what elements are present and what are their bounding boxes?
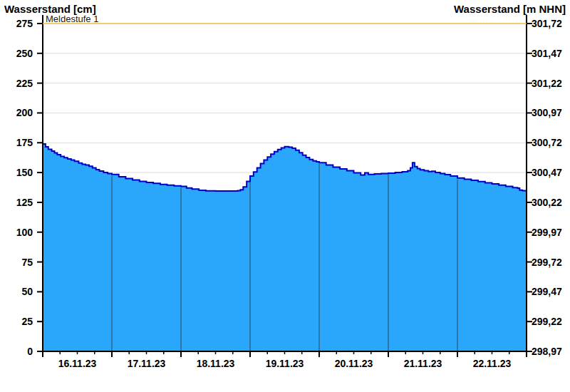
x-axis-tick-label: 20.11.23	[319, 358, 388, 369]
y-axis-left-tick-label: 75	[0, 257, 33, 268]
y-axis-left-tick-label: 275	[0, 18, 33, 29]
y-axis-left-tick-label: 125	[0, 197, 33, 208]
y-axis-right-tick-label: 299,72	[532, 257, 570, 268]
threshold-label: Meldestufe 1	[46, 14, 98, 24]
y-axis-left-tick-label: 200	[0, 107, 33, 118]
y-axis-left-tick-label: 225	[0, 78, 33, 89]
y-axis-right-tick-label: 301,72	[532, 18, 570, 29]
y-axis-left-tick-label: 25	[0, 316, 33, 327]
y-axis-left-tick-label: 250	[0, 48, 33, 59]
plot-canvas	[0, 0, 570, 392]
y-axis-right-tick-label: 299,47	[532, 286, 570, 297]
y-axis-left-tick-label: 175	[0, 137, 33, 148]
y-axis-left-tick-label: 100	[0, 227, 33, 238]
y-axis-right-tick-label: 299,97	[532, 227, 570, 238]
y-axis-right-tick-label: 299,22	[532, 316, 570, 327]
y-axis-right-tick-label: 300,72	[532, 137, 570, 148]
x-axis-tick-label: 17.11.23	[112, 358, 181, 369]
water-level-chart: Wasserstand [cm] Wasserstand [m NHN] Mel…	[0, 0, 570, 392]
y-axis-right-tick-label: 300,47	[532, 167, 570, 178]
x-axis-tick-label: 16.11.23	[43, 358, 112, 369]
x-axis-tick-label: 19.11.23	[250, 358, 319, 369]
y-axis-right-tick-label: 300,22	[532, 197, 570, 208]
y-axis-right-tick-label: 298,97	[532, 346, 570, 357]
x-axis-tick-label: 21.11.23	[388, 358, 457, 369]
y-axis-left-tick-label: 150	[0, 167, 33, 178]
x-axis-tick-label: 18.11.23	[181, 358, 250, 369]
y-axis-right-tick-label: 300,97	[532, 107, 570, 118]
y-axis-left-tick-label: 50	[0, 286, 33, 297]
y-axis-left-tick-label: 0	[0, 346, 33, 357]
x-axis-tick-label: 22.11.23	[457, 358, 527, 369]
y-axis-right-tick-label: 301,22	[532, 78, 570, 89]
y-axis-right-tick-label: 301,47	[532, 48, 570, 59]
